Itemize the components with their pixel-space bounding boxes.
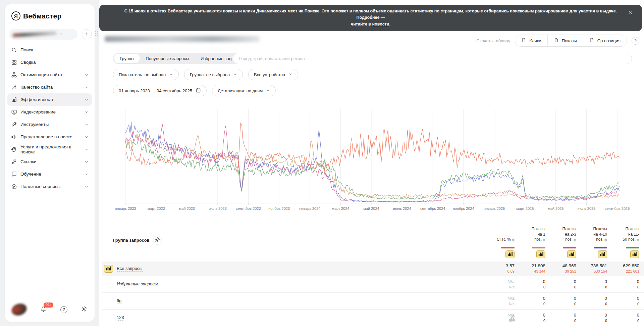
table-settings-button[interactable] <box>153 236 162 245</box>
help-button-sidebar[interactable]: ? <box>60 306 67 313</box>
x-axis-tick-label: июль 2025 <box>578 206 596 211</box>
sidebar-item-label: Поиск <box>20 47 33 52</box>
chevron-down-icon <box>59 31 63 37</box>
value-delta: 0 <box>578 318 607 323</box>
help-button[interactable]: ? <box>632 37 639 45</box>
column-chart-toggle-button[interactable] <box>598 250 607 258</box>
column-sort-link[interactable]: CTR, % <box>497 237 511 243</box>
detalization-value: Детализация: по дням <box>218 88 263 93</box>
sidebar-item-эффективность[interactable]: Эффективность <box>7 93 92 106</box>
chevron-down-icon <box>85 85 89 89</box>
table-rows: Все запросы 3,57 0,09 21 808 43 144 48 9… <box>102 262 644 326</box>
table-row-123: 123 N/a N/a 0 0 0 0 0 0 0 0 <box>102 309 644 326</box>
notifications-bell-button[interactable]: 99+ <box>40 306 47 313</box>
sidebar-item-качество-сайта[interactable]: Качество сайта <box>7 81 92 93</box>
megaphone-icon <box>11 134 17 140</box>
filter-все-устройства[interactable]: Все устройства <box>248 69 298 80</box>
sidebar-item-инструменты[interactable]: Инструменты <box>7 118 92 131</box>
value-main: 738 581 <box>578 263 607 269</box>
page-title-blurred <box>105 36 260 42</box>
sidebar-item-поиск[interactable]: Поиск <box>7 44 92 56</box>
download-клики-button[interactable]: Клики <box>515 35 547 46</box>
column-header-показы-на-11-50-поз: Показына 11-50 поз. <box>609 219 639 258</box>
x-axis-tick-label: январь 2023 <box>115 206 136 211</box>
sidebar-item-ссылки[interactable]: Ссылки <box>7 155 92 168</box>
sort-arrows-icon[interactable] <box>637 238 639 242</box>
query-group-cell: Все запросы <box>104 265 143 273</box>
region-input[interactable] <box>233 53 632 64</box>
sidebar-item-обучение[interactable]: Обучение <box>7 168 92 180</box>
query-group-link[interactable]: ffg <box>117 298 121 304</box>
avatar[interactable] <box>10 302 28 318</box>
query-group-cell: 123 <box>104 314 124 322</box>
column-chart-toggle-button[interactable] <box>567 250 576 258</box>
value-main: 0 <box>517 313 545 318</box>
column-chart-toggle-button[interactable] <box>505 250 515 258</box>
sort-arrows-icon[interactable] <box>512 238 515 242</box>
query-group-link[interactable]: Избранные запросы <box>117 281 158 287</box>
value-cell: 0 0 <box>578 279 607 289</box>
sidebar-item-полезные-сервисы[interactable]: Полезные сервисы <box>7 180 92 193</box>
banner-close-button[interactable] <box>628 10 633 16</box>
download-segmented-control: КликиПоказыСр.позиция <box>515 35 627 47</box>
tab-популярные-запросы[interactable]: Популярные запросы <box>140 54 195 63</box>
filter-показатель[interactable]: Показатель: не выбран <box>113 69 179 80</box>
value-cell: 0 0 <box>517 296 545 306</box>
column-sort-link[interactable]: поз. <box>596 237 603 243</box>
yandex-logo-icon: Я <box>11 11 20 20</box>
value-delta: 39 251 <box>547 269 576 274</box>
value-cell: 0 0 <box>547 313 576 323</box>
column-chart-toggle-button[interactable] <box>630 250 639 258</box>
query-group-link[interactable]: 123 <box>117 315 124 321</box>
column-sort-link[interactable]: 50 поз. <box>623 237 636 243</box>
query-group-cell: Избранные запросы <box>104 280 158 288</box>
sort-arrows-icon[interactable] <box>543 238 545 242</box>
value-cell: 0 0 <box>578 313 607 323</box>
site-selector-row <box>9 29 92 40</box>
value-delta: 0 <box>547 318 576 323</box>
column-label-line: на 4-10 <box>593 232 607 237</box>
x-axis-tick-label: сентябрь 2025 <box>605 206 630 211</box>
sort-arrows-icon[interactable] <box>604 238 607 242</box>
value-cell: 629 850 221 601 <box>609 263 639 274</box>
row-chart-toggle-button[interactable] <box>104 265 113 273</box>
value-delta: 0 <box>547 301 576 306</box>
histogram-icon <box>507 251 513 258</box>
table-group-header: Группа запросов <box>113 236 162 245</box>
column-chart-toggle-button[interactable] <box>536 250 545 258</box>
column-sort-link[interactable]: поз. <box>565 237 573 243</box>
sidebar-item-представление-в-поиске[interactable]: Представление в поиске <box>7 131 92 143</box>
banner-news-link[interactable]: новости <box>372 22 389 27</box>
sidebar-item-индексирование[interactable]: Индексирование <box>7 106 92 118</box>
value-cell: 0 0 <box>547 296 576 306</box>
value-delta: 0,09 <box>493 269 515 274</box>
yandex-webmaster-logo[interactable]: Я Вебмастер <box>11 11 61 20</box>
download-table-label: Скачать таблицу <box>476 38 510 43</box>
compass-icon <box>11 184 17 190</box>
download-показы-button[interactable]: Показы <box>547 35 583 46</box>
add-site-button[interactable] <box>82 29 92 39</box>
sidebar-item-сводка[interactable]: Сводка <box>7 56 92 68</box>
site-selector[interactable] <box>9 29 77 40</box>
filter-label: Группа: не выбрана <box>190 72 230 77</box>
column-sort-link[interactable]: поз. <box>534 237 542 243</box>
group-header-label: Группа запросов <box>113 238 150 243</box>
link-icon <box>11 159 17 165</box>
sidebar-item-услуги-и-предложения-в-поиске[interactable]: Услуги и предложения в поиске <box>7 143 92 155</box>
sort-arrows-icon[interactable] <box>574 238 576 242</box>
date-range-picker[interactable]: 01 январь 2023 — 04 сентябрь 2025 <box>113 85 207 96</box>
sidebar-item-оптимизация-сайта[interactable]: Оптимизация сайта <box>7 68 92 81</box>
grid-icon <box>11 59 17 65</box>
settings-button-sidebar[interactable] <box>80 306 88 313</box>
value-main: 0 <box>578 279 607 285</box>
drag-handle[interactable] <box>95 31 98 36</box>
value-delta: 0 <box>547 285 576 289</box>
table-row-избранные-запросы: Избранные запросы N/a N/a 0 0 0 0 0 0 0 … <box>102 276 644 292</box>
query-group-link[interactable]: Все запросы <box>117 266 143 272</box>
filter-группа[interactable]: Группа: не выбрана <box>184 69 243 80</box>
calendar-icon <box>196 88 201 94</box>
download-ср-позиция-button[interactable]: Ср.позиция <box>583 35 627 46</box>
sidebar-item-label: Представление в поиске <box>20 134 72 139</box>
tab-группы[interactable]: Группы <box>114 54 140 63</box>
detalization-select[interactable]: Детализация: по дням <box>212 85 276 96</box>
